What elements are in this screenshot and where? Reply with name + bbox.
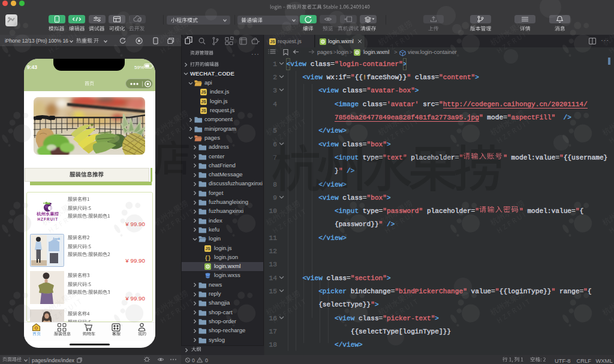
svg-text:{}: {}: [204, 255, 210, 261]
svg-text:JS: JS: [206, 246, 211, 251]
svg-text:JS: JS: [201, 109, 207, 113]
svg-text:JS: JS: [201, 100, 207, 104]
svg-text:JS: JS: [201, 91, 207, 95]
svg-text:JS: JS: [270, 40, 276, 44]
